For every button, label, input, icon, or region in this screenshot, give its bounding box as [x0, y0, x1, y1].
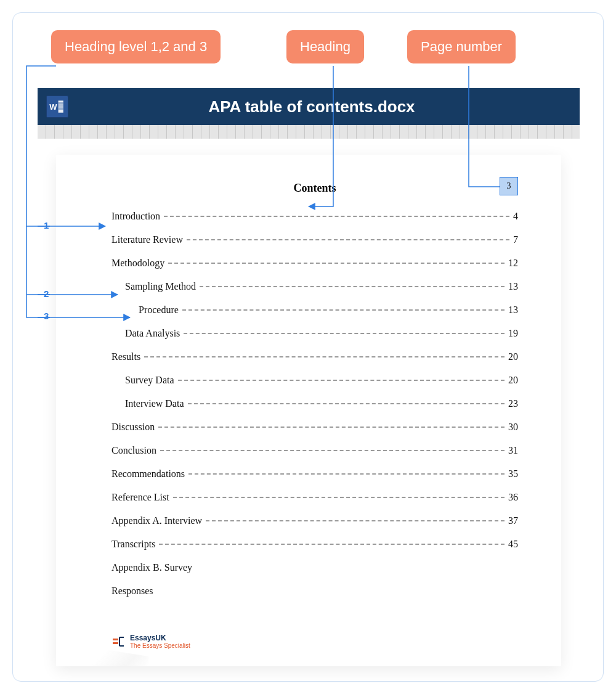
toc-leader-dots [164, 216, 509, 217]
toc-row: Interview Data23 [111, 398, 518, 409]
toc-leader-dots [178, 380, 505, 381]
contents-heading: Contents [111, 182, 518, 195]
callout-page-number: Page number [407, 30, 516, 63]
toc-row: Conclusion31 [111, 445, 518, 456]
toc-label: Survey Data [125, 375, 174, 386]
brand-logo-icon [111, 635, 126, 648]
toc-leader-dots [158, 427, 505, 428]
toc-page: 35 [508, 468, 518, 480]
toc-label: Interview Data [125, 398, 184, 409]
toc-label: Sampling Method [125, 281, 196, 292]
toc-leader-dots [159, 544, 505, 545]
toc-leader-dots [182, 309, 505, 311]
toc-label: Introduction [111, 211, 160, 222]
toc-page: 20 [508, 351, 518, 362]
level-3-label: 3 [44, 311, 49, 321]
brand-name: EssaysUK [130, 634, 190, 642]
toc-page: 7 [513, 234, 518, 245]
toc-leader-dots [144, 356, 505, 357]
svg-rect-2 [59, 103, 63, 104]
toc-page: 36 [508, 492, 518, 503]
toc-label: Literature Review [111, 234, 183, 245]
toc-leader-dots [184, 333, 505, 334]
toc-row: Procedure13 [111, 304, 518, 316]
toc-leader-dots [188, 403, 505, 404]
toc-label: Results [111, 351, 140, 362]
document-page: 3 Contents Introduction4Literature Revie… [56, 155, 561, 666]
svg-rect-3 [59, 105, 63, 105]
toc-leader-dots [200, 286, 505, 287]
brand-tagline: The Essays Specialist [130, 642, 190, 649]
document-filename: APA table of contents.docx [44, 97, 580, 116]
level-1-label: 1 [44, 220, 49, 231]
toc-row: Recommendations35 [111, 468, 518, 480]
word-icon-letter: W [49, 102, 57, 112]
toc-page: 37 [508, 515, 518, 526]
toc-leader-dots [188, 473, 505, 475]
toc-label: Transcripts [111, 539, 155, 550]
toc-row: Results20 [111, 351, 518, 362]
toc-label: Data Analysis [125, 328, 180, 339]
level-2-label: 2 [44, 288, 49, 299]
toc-page: 45 [508, 539, 518, 550]
toc-leader-dots [206, 520, 505, 521]
toc-page: 23 [508, 398, 518, 409]
toc-row: Appendix A. Interview37 [111, 515, 518, 526]
svg-rect-4 [59, 107, 63, 107]
toc-leader-dots [173, 497, 505, 498]
toc-page: 20 [508, 375, 518, 386]
toc-label: Recommendations [111, 468, 185, 480]
toc-page: 19 [508, 328, 518, 339]
toc-label: Reference List [111, 492, 169, 503]
toc-row: Discussion30 [111, 422, 518, 433]
callout-heading-levels: Heading level 1,2 and 3 [51, 30, 221, 63]
toc-label: Appendix A. Interview [111, 515, 202, 526]
toc-page: 30 [508, 422, 518, 433]
toc-label: Conclusion [111, 445, 156, 456]
toc-row: Literature Review7 [111, 234, 518, 245]
toc-label: Procedure [139, 304, 179, 316]
toc-row: Survey Data20 [111, 375, 518, 386]
toc-label: Methodology [111, 258, 164, 269]
toc-leader-dots [168, 263, 505, 264]
toc-page: 4 [513, 211, 518, 222]
brand-footer: EssaysUK The Essays Specialist [111, 634, 190, 649]
table-of-contents: Introduction4Literature Review7Methodolo… [111, 211, 518, 597]
page-number-box: 3 [500, 177, 518, 195]
svg-rect-5 [59, 108, 63, 109]
diagram-frame: Heading level 1,2 and 3 Heading Page num… [12, 12, 604, 682]
toc-label: Responses [111, 586, 153, 597]
word-icon: W [46, 96, 68, 118]
toc-page: 13 [508, 304, 518, 316]
toc-row: Transcripts45 [111, 539, 518, 550]
toc-page: 31 [508, 445, 518, 456]
toc-page: 12 [508, 258, 518, 269]
toc-row: Responses [111, 586, 518, 597]
toc-row: Reference List36 [111, 492, 518, 503]
toc-page: 13 [508, 281, 518, 292]
toc-row: Methodology12 [111, 258, 518, 269]
toc-leader-dots [187, 239, 509, 240]
toc-row: Appendix B. Survey [111, 562, 518, 573]
toc-row: Introduction4 [111, 211, 518, 222]
toc-leader-dots [160, 450, 505, 451]
toc-row: Sampling Method13 [111, 281, 518, 292]
ruler [38, 125, 580, 139]
toc-label: Appendix B. Survey [111, 562, 192, 573]
document-titlebar: W APA table of contents.docx [38, 88, 580, 125]
toc-label: Discussion [111, 422, 155, 433]
callout-heading: Heading [286, 30, 364, 63]
toc-row: Data Analysis19 [111, 328, 518, 339]
